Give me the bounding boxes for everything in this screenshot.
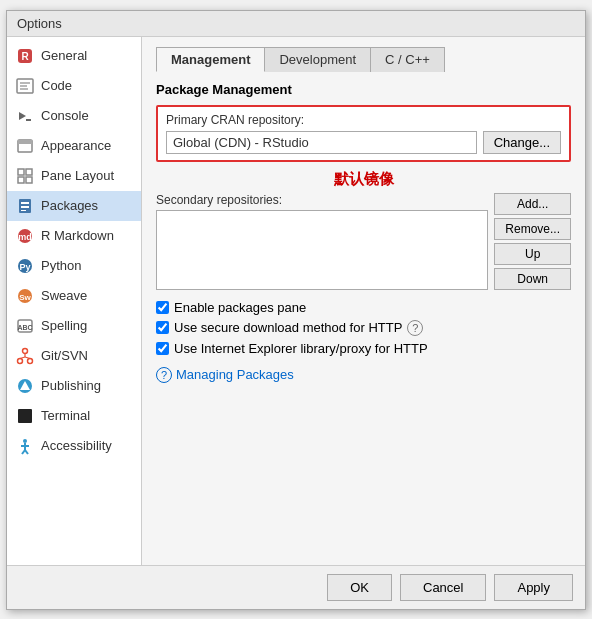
- sidebar-label-git-svn: Git/SVN: [41, 348, 88, 363]
- title-bar: Options: [7, 11, 585, 37]
- section-title: Package Management: [156, 82, 571, 97]
- checkbox-ie-proxy: Use Internet Explorer library/proxy for …: [156, 341, 571, 356]
- checkbox-ie-proxy-input[interactable]: [156, 342, 169, 355]
- tab-development[interactable]: Development: [265, 47, 371, 72]
- secondary-section: Secondary repositories: Add... Remove...…: [156, 193, 571, 290]
- sidebar: R General Code Console: [7, 37, 142, 565]
- managing-packages-link[interactable]: ? Managing Packages: [156, 367, 571, 383]
- svg-rect-12: [18, 177, 24, 183]
- up-button[interactable]: Up: [494, 243, 571, 265]
- sidebar-item-code[interactable]: Code: [7, 71, 141, 101]
- svg-text:R: R: [21, 51, 29, 62]
- svg-point-26: [23, 348, 28, 353]
- pane-layout-icon: [15, 166, 35, 186]
- sweave-icon: Sw: [15, 286, 35, 306]
- secondary-label: Secondary repositories:: [156, 193, 488, 207]
- options-dialog: Options R General Code: [6, 10, 586, 610]
- tab-c-cpp[interactable]: C / C++: [371, 47, 445, 72]
- sidebar-label-terminal: Terminal: [41, 408, 90, 423]
- svg-text:Py: Py: [19, 262, 30, 272]
- svg-rect-9: [18, 140, 32, 144]
- sidebar-label-accessibility: Accessibility: [41, 438, 112, 453]
- secondary-buttons: Add... Remove... Up Down: [494, 193, 571, 290]
- sidebar-item-spelling[interactable]: ABC Spelling: [7, 311, 141, 341]
- sidebar-item-publishing[interactable]: Publishing: [7, 371, 141, 401]
- python-icon: Py: [15, 256, 35, 276]
- sidebar-item-terminal[interactable]: Terminal: [7, 401, 141, 431]
- primary-repo-box: Primary CRAN repository: Global (CDN) - …: [156, 105, 571, 162]
- sidebar-label-console: Console: [41, 108, 89, 123]
- sidebar-item-packages[interactable]: Packages: [7, 191, 141, 221]
- cancel-button[interactable]: Cancel: [400, 574, 486, 601]
- svg-text:Sw: Sw: [19, 293, 31, 302]
- primary-repo-label: Primary CRAN repository:: [166, 113, 561, 127]
- remove-button[interactable]: Remove...: [494, 218, 571, 240]
- help-icon-secure[interactable]: ?: [407, 320, 423, 336]
- main-content: Management Development C / C++ Package M…: [142, 37, 585, 565]
- sidebar-item-appearance[interactable]: Appearance: [7, 131, 141, 161]
- checkbox-enable-packages-input[interactable]: [156, 301, 169, 314]
- sidebar-item-console[interactable]: Console: [7, 101, 141, 131]
- checkbox-secure-download: Use secure download method for HTTP ?: [156, 320, 571, 336]
- sidebar-item-r-markdown[interactable]: md R Markdown: [7, 221, 141, 251]
- down-button[interactable]: Down: [494, 268, 571, 290]
- checkbox-ie-proxy-label: Use Internet Explorer library/proxy for …: [174, 341, 428, 356]
- svg-point-28: [28, 358, 33, 363]
- tab-management[interactable]: Management: [156, 47, 265, 72]
- dialog-footer: OK Cancel Apply: [7, 565, 585, 609]
- primary-repo-value: Global (CDN) - RStudio: [166, 131, 477, 154]
- checkbox-secure-download-input[interactable]: [156, 321, 169, 334]
- sidebar-label-r-markdown: R Markdown: [41, 228, 114, 243]
- sidebar-item-sweave[interactable]: Sw Sweave: [7, 281, 141, 311]
- sidebar-label-python: Python: [41, 258, 81, 273]
- console-icon: [15, 106, 35, 126]
- secondary-container: Secondary repositories:: [156, 193, 488, 290]
- svg-marker-6: [19, 112, 26, 120]
- svg-line-39: [25, 450, 28, 454]
- svg-rect-15: [21, 202, 29, 204]
- dialog-body: R General Code Console: [7, 37, 585, 565]
- sidebar-label-packages: Packages: [41, 198, 98, 213]
- svg-text:md: md: [18, 232, 32, 242]
- sidebar-label-pane-layout: Pane Layout: [41, 168, 114, 183]
- svg-rect-34: [18, 409, 32, 423]
- apply-button[interactable]: Apply: [494, 574, 573, 601]
- sidebar-item-git-svn[interactable]: Git/SVN: [7, 341, 141, 371]
- code-icon: [15, 76, 35, 96]
- sidebar-label-spelling: Spelling: [41, 318, 87, 333]
- mirror-label: 默认镜像: [156, 170, 571, 189]
- packages-icon: [15, 196, 35, 216]
- secondary-list[interactable]: [156, 210, 488, 290]
- accessibility-icon: [15, 436, 35, 456]
- sidebar-label-sweave: Sweave: [41, 288, 87, 303]
- sidebar-label-publishing: Publishing: [41, 378, 101, 393]
- publishing-icon: [15, 376, 35, 396]
- terminal-icon: [15, 406, 35, 426]
- svg-rect-17: [21, 210, 26, 211]
- svg-rect-16: [21, 206, 29, 208]
- spelling-icon: ABC: [15, 316, 35, 336]
- svg-line-30: [20, 357, 25, 359]
- sidebar-label-appearance: Appearance: [41, 138, 111, 153]
- sidebar-label-code: Code: [41, 78, 72, 93]
- dialog-title: Options: [17, 16, 62, 31]
- sidebar-item-general[interactable]: R General: [7, 41, 141, 71]
- sidebar-item-accessibility[interactable]: Accessibility: [7, 431, 141, 461]
- svg-rect-13: [26, 177, 32, 183]
- tab-bar: Management Development C / C++: [156, 47, 571, 72]
- svg-point-35: [23, 439, 27, 443]
- primary-repo-row: Global (CDN) - RStudio Change...: [166, 131, 561, 154]
- appearance-icon: [15, 136, 35, 156]
- git-svn-icon: [15, 346, 35, 366]
- sidebar-item-python[interactable]: Py Python: [7, 251, 141, 281]
- add-button[interactable]: Add...: [494, 193, 571, 215]
- sidebar-label-general: General: [41, 48, 87, 63]
- svg-rect-10: [18, 169, 24, 175]
- svg-rect-11: [26, 169, 32, 175]
- change-button[interactable]: Change...: [483, 131, 561, 154]
- ok-button[interactable]: OK: [327, 574, 392, 601]
- sidebar-item-pane-layout[interactable]: Pane Layout: [7, 161, 141, 191]
- general-icon: R: [15, 46, 35, 66]
- svg-point-27: [18, 358, 23, 363]
- checkbox-enable-packages-label: Enable packages pane: [174, 300, 306, 315]
